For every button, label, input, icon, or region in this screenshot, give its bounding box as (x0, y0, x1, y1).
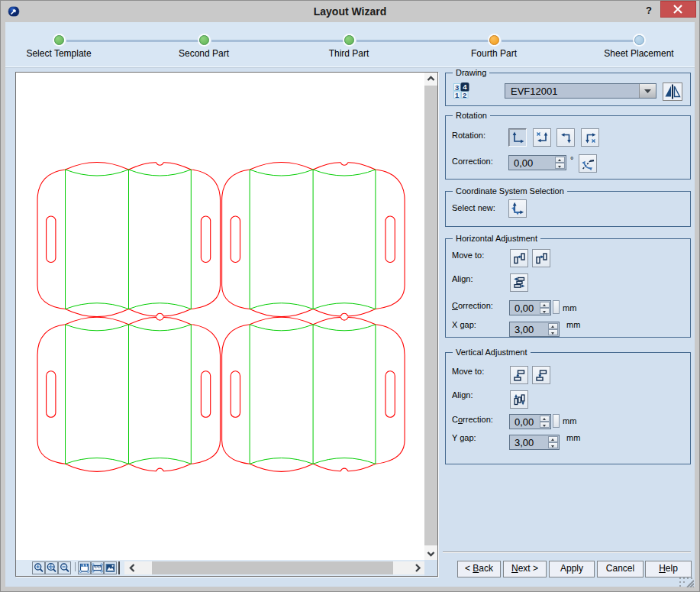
svg-text:1: 1 (455, 91, 460, 99)
svg-text:4: 4 (463, 82, 467, 91)
svg-text:2: 2 (463, 91, 466, 99)
